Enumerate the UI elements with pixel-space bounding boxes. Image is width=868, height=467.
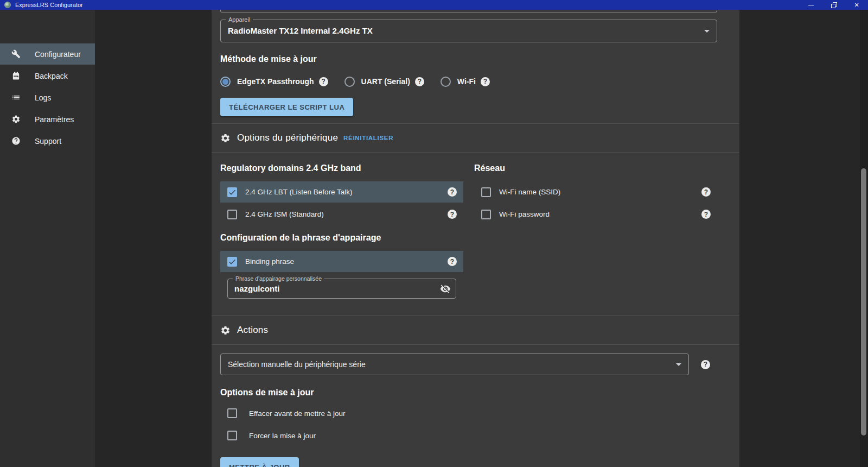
- radio-icon: [441, 77, 451, 87]
- checkbox-row-wifi-ssid[interactable]: Wi-Fi name (SSID) ?: [474, 181, 717, 203]
- minimize-button[interactable]: [800, 0, 822, 10]
- radio-wifi[interactable]: Wi-Fi ?: [441, 77, 490, 87]
- checkbox-unchecked-icon: [481, 210, 491, 219]
- network-heading: Réseau: [474, 163, 717, 173]
- sidebar-item-configurator[interactable]: Configurateur: [0, 43, 95, 65]
- help-icon[interactable]: ?: [319, 77, 328, 86]
- binding-heading: Configuration de la phrase d'appairage: [220, 232, 463, 243]
- restore-button[interactable]: [822, 0, 845, 10]
- checkbox-label: 2.4 GHz ISM (Standard): [245, 210, 324, 218]
- chevron-down-icon: [676, 363, 681, 366]
- backpack-icon: [11, 71, 21, 80]
- sidebar: Configurateur Backpack Logs Paramètres S…: [0, 10, 95, 467]
- checkbox-label: Wi-Fi name (SSID): [499, 188, 560, 196]
- serial-select-row: Sélection manuelle du périphérique série…: [220, 354, 731, 375]
- binding-phrase-field-label: Phrase d'appairage personnalisée: [233, 275, 324, 282]
- close-button[interactable]: ✕: [845, 0, 868, 10]
- checkbox-unchecked-icon: [481, 187, 491, 197]
- device-select-label: Appareil: [226, 16, 253, 23]
- radio-icon: [344, 77, 355, 87]
- network-column: Réseau Wi-Fi name (SSID) ? Wi-Fi passwor…: [474, 163, 717, 226]
- radio-label: Wi-Fi: [457, 77, 476, 86]
- checkbox-row-erase-before-flash[interactable]: Effacer avant de mettre à jour: [220, 407, 731, 420]
- checkbox-row-wifi-password[interactable]: Wi-Fi password ?: [474, 204, 717, 225]
- list-icon: [11, 93, 21, 102]
- sidebar-item-support[interactable]: Support: [0, 130, 95, 152]
- divider: [212, 152, 739, 153]
- scrollbar-thumb[interactable]: [861, 168, 866, 436]
- wrench-icon: [11, 49, 21, 59]
- checkbox-label: Binding phrase: [245, 257, 294, 266]
- radio-uart-serial[interactable]: UART (Serial) ?: [344, 77, 424, 87]
- download-lua-script-button[interactable]: TÉLÉCHARGER LE SCRIPT LUA: [220, 98, 353, 116]
- reset-link[interactable]: RÉINITIALISER: [343, 135, 393, 141]
- regulatory-column: Regulatory domains 2.4 GHz band 2.4 GHz …: [220, 163, 463, 299]
- help-icon[interactable]: ?: [448, 210, 457, 219]
- content-card: Appareil RadioMaster TX12 Internal 2.4GH…: [212, 10, 739, 467]
- help-icon[interactable]: ?: [701, 210, 711, 219]
- device-select[interactable]: Appareil RadioMaster TX12 Internal 2.4GH…: [220, 20, 717, 42]
- minimize-icon: [808, 5, 814, 5]
- update-method-heading: Méthode de mise à jour: [220, 54, 731, 64]
- update-method-radio-group: EdgeTX Passthrough ? UART (Serial) ? Wi-…: [220, 76, 731, 87]
- serial-device-select-value: Sélection manuelle du périphérique série: [221, 354, 688, 375]
- gear-icon: [220, 325, 231, 336]
- binding-phrase-field[interactable]: Phrase d'appairage personnalisée nazgulc…: [227, 279, 456, 299]
- gear-icon: [11, 115, 21, 124]
- restore-icon: [831, 2, 837, 8]
- device-select-value: RadioMaster TX12 Internal 2.4GHz TX: [221, 20, 717, 42]
- device-options-grid: Regulatory domains 2.4 GHz band 2.4 GHz …: [220, 163, 731, 299]
- sidebar-item-label: Support: [35, 137, 61, 146]
- checkbox-checked-icon: [227, 187, 237, 197]
- help-icon[interactable]: ?: [701, 187, 711, 197]
- update-button[interactable]: METTRE À JOUR: [220, 457, 299, 467]
- checkbox-row-lbt[interactable]: 2.4 GHz LBT (Listen Before Talk) ?: [220, 181, 463, 203]
- serial-device-select[interactable]: Sélection manuelle du périphérique série: [220, 354, 689, 375]
- help-icon[interactable]: ?: [415, 77, 424, 86]
- checkbox-label: Wi-Fi password: [499, 210, 550, 218]
- checkbox-label: Forcer la mise à jour: [249, 432, 316, 440]
- help-icon: [11, 136, 21, 146]
- radio-icon: [220, 77, 231, 87]
- checkbox-unchecked-icon: [227, 408, 237, 418]
- radio-label: UART (Serial): [361, 77, 410, 86]
- chevron-down-icon: [704, 30, 710, 33]
- sidebar-item-backpack[interactable]: Backpack: [0, 65, 95, 86]
- sidebar-item-label: Configurateur: [35, 50, 81, 59]
- device-options-header: Options du périphérique RÉINITIALISER: [220, 124, 731, 152]
- device-options-title: Options du périphérique: [237, 132, 338, 143]
- expresslrs-logo-icon: [4, 2, 11, 8]
- checkbox-unchecked-icon: [227, 431, 237, 440]
- sidebar-item-label: Paramètres: [35, 115, 74, 124]
- checkbox-unchecked-icon: [227, 210, 237, 219]
- help-icon[interactable]: ?: [481, 77, 490, 86]
- checkbox-label: Effacer avant de mettre à jour: [249, 409, 346, 418]
- titlebar: ExpressLRS Configurator ✕: [0, 0, 868, 10]
- checkbox-checked-icon: [227, 257, 237, 267]
- sidebar-item-logs[interactable]: Logs: [0, 87, 95, 108]
- update-options-heading: Options de mise à jour: [220, 387, 731, 397]
- close-icon: ✕: [854, 2, 859, 8]
- sidebar-item-label: Backpack: [35, 72, 68, 80]
- checkbox-label: 2.4 GHz LBT (Listen Before Talk): [245, 188, 353, 196]
- clipped-field-above: [220, 10, 717, 12]
- window-title: ExpressLRS Configurator: [15, 0, 83, 10]
- checkbox-row-ism[interactable]: 2.4 GHz ISM (Standard) ?: [220, 204, 463, 225]
- actions-title: Actions: [237, 325, 268, 336]
- actions-header: Actions: [220, 316, 731, 344]
- window-controls: ✕: [800, 0, 868, 10]
- checkbox-row-force-flash[interactable]: Forcer la mise à jour: [220, 429, 731, 442]
- radio-label: EdgeTX Passthrough: [237, 77, 314, 86]
- help-icon[interactable]: ?: [448, 187, 457, 197]
- visibility-off-icon[interactable]: [440, 283, 451, 294]
- gear-icon: [220, 133, 231, 143]
- help-icon[interactable]: ?: [448, 257, 457, 266]
- main-area: Appareil RadioMaster TX12 Internal 2.4GH…: [95, 10, 868, 467]
- regulatory-heading: Regulatory domains 2.4 GHz band: [220, 163, 463, 173]
- divider: [212, 344, 739, 345]
- sidebar-item-label: Logs: [35, 93, 51, 102]
- radio-edgetx-passthrough[interactable]: EdgeTX Passthrough ?: [220, 77, 328, 87]
- help-icon[interactable]: ?: [701, 360, 710, 369]
- checkbox-row-binding-phrase[interactable]: Binding phrase ?: [220, 251, 463, 272]
- sidebar-item-settings[interactable]: Paramètres: [0, 109, 95, 130]
